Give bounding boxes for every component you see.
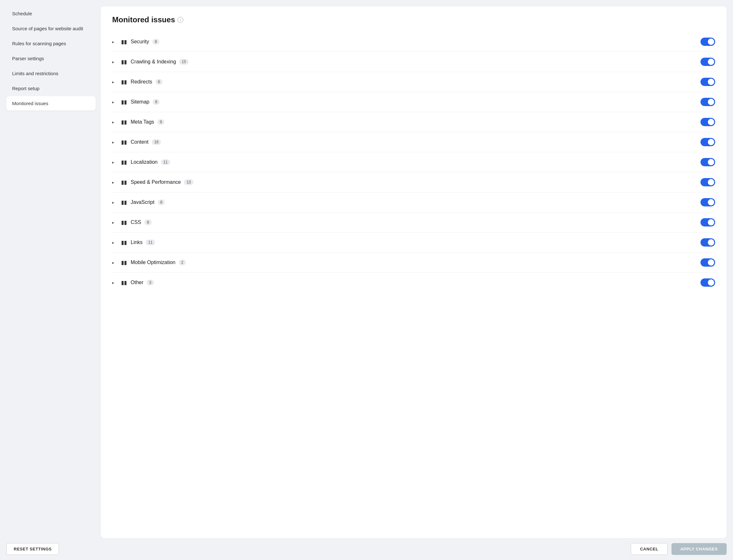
issue-label-redirects: Redirects 6 xyxy=(131,79,697,85)
reset-settings-button[interactable]: RESET SETTINGS xyxy=(6,543,59,555)
toggle-localization[interactable] xyxy=(701,158,715,166)
issue-label-meta-tags: Meta Tags 9 xyxy=(131,119,697,125)
chevron-icon-crawling-indexing[interactable]: ▸ xyxy=(112,60,117,64)
chevron-icon-mobile-optimization[interactable]: ▸ xyxy=(112,260,117,265)
issue-label-localization: Localization 11 xyxy=(131,159,697,165)
issue-count-security: 8 xyxy=(152,39,160,45)
sidebar-item-parser-settings[interactable]: Parser settings xyxy=(6,51,96,66)
toggle-sitemap[interactable] xyxy=(701,98,715,106)
folder-icon-content: ▮▮ xyxy=(121,139,127,146)
issue-row-css: ▸ ▮▮ CSS 8 xyxy=(112,212,715,233)
issue-label-content: Content 16 xyxy=(131,139,697,145)
issue-count-speed-performance: 13 xyxy=(184,179,193,185)
issue-count-css: 8 xyxy=(144,219,152,225)
toggle-css[interactable] xyxy=(701,218,715,226)
issue-row-meta-tags: ▸ ▮▮ Meta Tags 9 xyxy=(112,112,715,132)
footer: RESET SETTINGS CANCEL APPLY CHANGES xyxy=(0,538,733,560)
issue-row-localization: ▸ ▮▮ Localization 11 xyxy=(112,152,715,172)
issue-row-content: ▸ ▮▮ Content 16 xyxy=(112,132,715,152)
toggle-crawling-indexing[interactable] xyxy=(701,58,715,66)
sidebar-item-limits-restrictions[interactable]: Limits and restrictions xyxy=(6,66,96,81)
folder-icon-localization: ▮▮ xyxy=(121,159,127,166)
issue-label-sitemap: Sitemap 8 xyxy=(131,99,697,105)
folder-icon-speed-performance: ▮▮ xyxy=(121,179,127,186)
sidebar-item-rules-scanning[interactable]: Rules for scanning pages xyxy=(6,36,96,51)
issue-label-speed-performance: Speed & Performance 13 xyxy=(131,179,697,185)
folder-icon-redirects: ▮▮ xyxy=(121,79,127,85)
issue-count-javascript: 8 xyxy=(158,199,165,205)
toggle-content[interactable] xyxy=(701,138,715,146)
folder-icon-css: ▮▮ xyxy=(121,219,127,226)
issue-count-redirects: 6 xyxy=(155,79,163,85)
issue-label-links: Links 11 xyxy=(131,240,697,245)
toggle-security[interactable] xyxy=(701,38,715,46)
sidebar-item-source-of-pages[interactable]: Source of pages for website audit xyxy=(6,21,96,36)
cancel-button[interactable]: CANCEL xyxy=(631,543,667,555)
issue-row-redirects: ▸ ▮▮ Redirects 6 xyxy=(112,72,715,92)
info-icon[interactable]: i xyxy=(177,17,183,23)
issue-label-mobile-optimization: Mobile Optimization 2 xyxy=(131,260,697,265)
issue-label-css: CSS 8 xyxy=(131,219,697,225)
chevron-icon-links[interactable]: ▸ xyxy=(112,240,117,245)
toggle-speed-performance[interactable] xyxy=(701,178,715,186)
apply-changes-button[interactable]: APPLY CHANGES xyxy=(672,543,727,555)
chevron-icon-sitemap[interactable]: ▸ xyxy=(112,100,117,104)
page-title-text: Monitored issues xyxy=(112,15,175,24)
issue-count-localization: 11 xyxy=(161,159,170,165)
chevron-icon-other[interactable]: ▸ xyxy=(112,280,117,285)
folder-icon-javascript: ▮▮ xyxy=(121,199,127,206)
folder-icon-links: ▮▮ xyxy=(121,239,127,246)
footer-right: CANCEL APPLY CHANGES xyxy=(631,543,727,555)
toggle-javascript[interactable] xyxy=(701,198,715,206)
chevron-icon-javascript[interactable]: ▸ xyxy=(112,200,117,205)
issue-row-links: ▸ ▮▮ Links 11 xyxy=(112,233,715,253)
issue-row-security: ▸ ▮▮ Security 8 xyxy=(112,32,715,52)
chevron-icon-meta-tags[interactable]: ▸ xyxy=(112,120,117,125)
issue-row-mobile-optimization: ▸ ▮▮ Mobile Optimization 2 xyxy=(112,253,715,273)
issue-row-javascript: ▸ ▮▮ JavaScript 8 xyxy=(112,192,715,212)
folder-icon-security: ▮▮ xyxy=(121,39,127,45)
sidebar: ScheduleSource of pages for website audi… xyxy=(6,6,96,538)
issue-row-speed-performance: ▸ ▮▮ Speed & Performance 13 xyxy=(112,172,715,192)
chevron-icon-content[interactable]: ▸ xyxy=(112,140,117,145)
toggle-mobile-optimization[interactable] xyxy=(701,258,715,267)
sidebar-item-monitored-issues[interactable]: Monitored issues xyxy=(6,96,96,111)
folder-icon-other: ▮▮ xyxy=(121,279,127,286)
issue-count-content: 16 xyxy=(152,139,161,145)
issue-row-other: ▸ ▮▮ Other 3 xyxy=(112,273,715,292)
chevron-icon-localization[interactable]: ▸ xyxy=(112,160,117,165)
issue-count-other: 3 xyxy=(147,280,154,285)
toggle-other[interactable] xyxy=(701,278,715,287)
folder-icon-meta-tags: ▮▮ xyxy=(121,119,127,126)
main-content: Monitored issues i ▸ ▮▮ Security 8 ▸ ▮▮ … xyxy=(101,6,727,538)
issue-label-security: Security 8 xyxy=(131,39,697,45)
sidebar-item-schedule[interactable]: Schedule xyxy=(6,6,96,21)
chevron-icon-security[interactable]: ▸ xyxy=(112,39,117,44)
chevron-icon-css[interactable]: ▸ xyxy=(112,220,117,225)
sidebar-item-report-setup[interactable]: Report setup xyxy=(6,81,96,96)
page-title: Monitored issues i xyxy=(112,15,715,24)
issue-row-crawling-indexing: ▸ ▮▮ Crawling & Indexing 15 xyxy=(112,52,715,72)
issue-row-sitemap: ▸ ▮▮ Sitemap 8 xyxy=(112,92,715,112)
issue-label-other: Other 3 xyxy=(131,280,697,285)
chevron-icon-redirects[interactable]: ▸ xyxy=(112,80,117,84)
issue-list: ▸ ▮▮ Security 8 ▸ ▮▮ Crawling & Indexing… xyxy=(112,32,715,292)
toggle-redirects[interactable] xyxy=(701,78,715,86)
chevron-icon-speed-performance[interactable]: ▸ xyxy=(112,180,117,185)
folder-icon-sitemap: ▮▮ xyxy=(121,99,127,105)
issue-label-crawling-indexing: Crawling & Indexing 15 xyxy=(131,59,697,65)
issue-count-meta-tags: 9 xyxy=(157,119,165,125)
issue-count-links: 11 xyxy=(146,240,155,245)
issue-label-javascript: JavaScript 8 xyxy=(131,199,697,205)
toggle-meta-tags[interactable] xyxy=(701,118,715,126)
issue-count-sitemap: 8 xyxy=(153,99,160,105)
folder-icon-crawling-indexing: ▮▮ xyxy=(121,59,127,65)
folder-icon-mobile-optimization: ▮▮ xyxy=(121,259,127,266)
issue-count-mobile-optimization: 2 xyxy=(179,260,186,265)
issue-count-crawling-indexing: 15 xyxy=(179,59,188,65)
toggle-links[interactable] xyxy=(701,238,715,247)
